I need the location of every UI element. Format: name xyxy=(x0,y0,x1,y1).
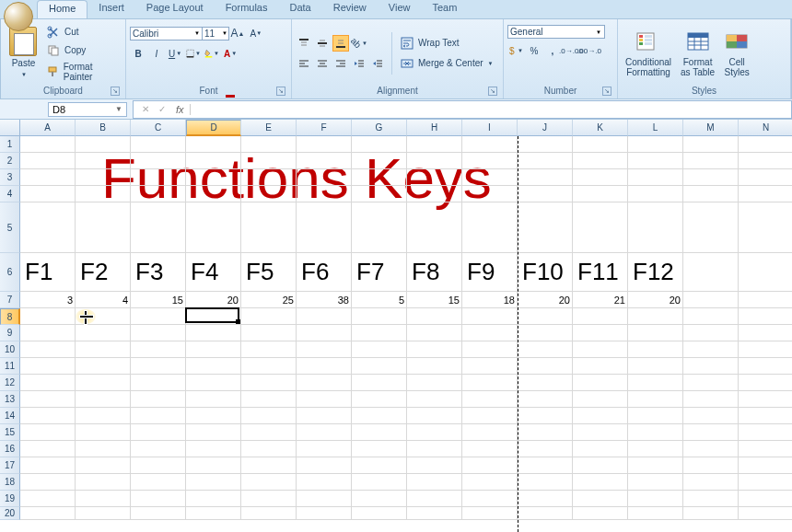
cell-A15[interactable] xyxy=(20,424,76,441)
cell-J15[interactable] xyxy=(518,424,573,441)
cell-J11[interactable] xyxy=(518,358,573,375)
cell-H3[interactable] xyxy=(407,169,462,186)
cell-M13[interactable] xyxy=(683,391,739,408)
fill-color-button[interactable]: ▼ xyxy=(204,45,220,62)
cell-J6[interactable]: F10 xyxy=(518,253,573,292)
cell-B11[interactable] xyxy=(76,358,131,375)
cell-D2[interactable] xyxy=(186,153,241,169)
column-header-B[interactable]: B xyxy=(76,120,131,136)
cell-H12[interactable] xyxy=(407,375,462,391)
cell-G16[interactable] xyxy=(352,441,407,457)
column-header-N[interactable]: N xyxy=(739,120,792,136)
cell-K14[interactable] xyxy=(573,408,628,424)
tab-team[interactable]: Team xyxy=(421,0,468,18)
align-left-button[interactable] xyxy=(296,55,312,72)
cell-L2[interactable] xyxy=(628,153,683,169)
cell-B17[interactable] xyxy=(76,457,131,474)
cell-C20[interactable] xyxy=(131,507,186,520)
cell-I5[interactable] xyxy=(462,202,518,253)
cell-K12[interactable] xyxy=(573,375,628,391)
copy-button[interactable]: Copy xyxy=(44,42,122,59)
cell-G20[interactable] xyxy=(352,507,407,520)
column-header-A[interactable]: A xyxy=(20,120,76,136)
column-header-G[interactable]: G xyxy=(352,120,407,136)
cell-I11[interactable] xyxy=(462,358,518,375)
format-as-table-button[interactable]: Format as Table xyxy=(677,28,718,79)
cell-A9[interactable] xyxy=(20,325,76,341)
cell-D18[interactable] xyxy=(186,474,241,491)
cell-C16[interactable] xyxy=(131,441,186,457)
cell-D5[interactable] xyxy=(186,202,241,253)
cell-L7[interactable]: 20 xyxy=(628,292,683,308)
cell-L4[interactable] xyxy=(628,186,683,202)
cell-H14[interactable] xyxy=(407,408,462,424)
cell-E7[interactable]: 25 xyxy=(241,292,297,308)
cell-B1[interactable] xyxy=(76,136,131,153)
cell-A18[interactable] xyxy=(20,474,76,491)
cell-I12[interactable] xyxy=(462,375,518,391)
row-header-6[interactable]: 6 xyxy=(0,253,20,292)
cell-styles-button[interactable]: Cell Styles xyxy=(720,28,753,79)
tab-insert[interactable]: Insert xyxy=(87,0,135,18)
enter-formula-button[interactable]: ✓ xyxy=(154,101,170,118)
cell-K15[interactable] xyxy=(573,424,628,441)
cell-G19[interactable] xyxy=(352,491,407,507)
cell-F9[interactable] xyxy=(297,325,352,341)
clipboard-expand-icon[interactable]: ↘ xyxy=(111,87,120,96)
cell-B9[interactable] xyxy=(76,325,131,341)
wrap-text-button[interactable]: Wrap Text xyxy=(398,35,495,52)
cell-A10[interactable] xyxy=(20,341,76,358)
cell-J19[interactable] xyxy=(518,491,573,507)
cell-C7[interactable]: 15 xyxy=(131,292,186,308)
cell-I7[interactable]: 18 xyxy=(462,292,518,308)
cell-G18[interactable] xyxy=(352,474,407,491)
cell-B10[interactable] xyxy=(76,341,131,358)
align-bottom-button[interactable] xyxy=(332,35,349,52)
border-button[interactable]: ▼ xyxy=(185,45,202,62)
cell-M14[interactable] xyxy=(683,408,739,424)
cell-F11[interactable] xyxy=(297,358,352,375)
cell-D10[interactable] xyxy=(186,341,241,358)
cell-N2[interactable] xyxy=(739,153,792,169)
cell-G3[interactable] xyxy=(352,169,407,186)
cell-E8[interactable] xyxy=(241,308,297,325)
cell-L16[interactable] xyxy=(628,441,683,457)
cell-E4[interactable] xyxy=(241,186,297,202)
tab-data[interactable]: Data xyxy=(278,0,321,18)
cell-A14[interactable] xyxy=(20,408,76,424)
cell-H18[interactable] xyxy=(407,474,462,491)
cell-N13[interactable] xyxy=(739,391,792,408)
conditional-formatting-button[interactable]: Conditional Formatting xyxy=(622,28,675,79)
cell-G14[interactable] xyxy=(352,408,407,424)
fx-icon[interactable]: fx xyxy=(170,104,191,115)
cell-C13[interactable] xyxy=(131,391,186,408)
column-header-D[interactable]: D xyxy=(186,120,241,136)
cell-G15[interactable] xyxy=(352,424,407,441)
cell-A11[interactable] xyxy=(20,358,76,375)
currency-button[interactable]: $▼ xyxy=(507,42,524,59)
cell-J17[interactable] xyxy=(518,457,573,474)
cell-M2[interactable] xyxy=(683,153,739,169)
cell-D3[interactable] xyxy=(186,169,241,186)
cell-C3[interactable] xyxy=(131,169,186,186)
cell-I19[interactable] xyxy=(462,491,518,507)
cell-E20[interactable] xyxy=(241,507,297,520)
row-header-3[interactable]: 3 xyxy=(0,169,20,186)
column-header-C[interactable]: C xyxy=(131,120,186,136)
cell-I20[interactable] xyxy=(462,507,518,520)
tab-view[interactable]: View xyxy=(378,0,422,18)
cell-G7[interactable]: 5 xyxy=(352,292,407,308)
cell-E10[interactable] xyxy=(241,341,297,358)
cell-I14[interactable] xyxy=(462,408,518,424)
cell-N20[interactable] xyxy=(739,507,792,520)
cell-N9[interactable] xyxy=(739,325,792,341)
column-header-I[interactable]: I xyxy=(462,120,518,136)
cell-K3[interactable] xyxy=(573,169,628,186)
row-header-8[interactable]: 8 xyxy=(0,308,20,325)
decrease-indent-button[interactable] xyxy=(351,55,367,72)
align-right-button[interactable] xyxy=(332,55,349,72)
cell-N16[interactable] xyxy=(739,441,792,457)
align-top-button[interactable] xyxy=(296,35,312,52)
cell-M7[interactable] xyxy=(683,292,739,308)
cell-H19[interactable] xyxy=(407,491,462,507)
